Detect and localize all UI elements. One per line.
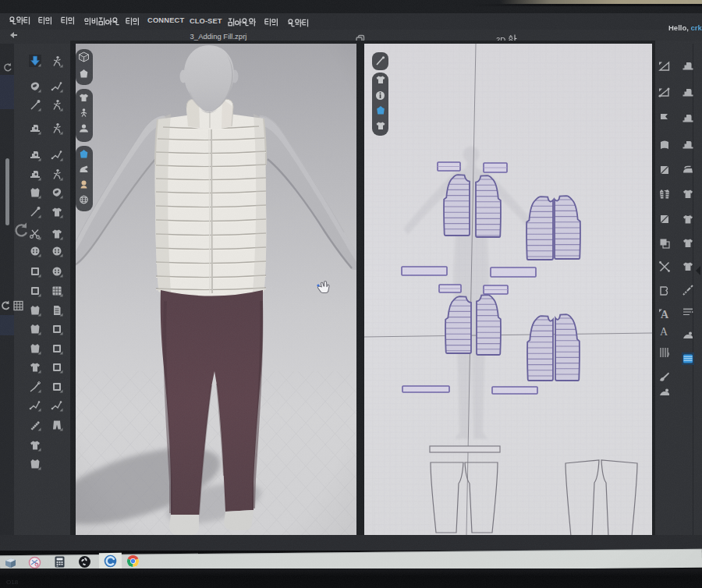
svg-text:A: A	[661, 309, 669, 321]
svg-text:A: A	[660, 326, 668, 338]
